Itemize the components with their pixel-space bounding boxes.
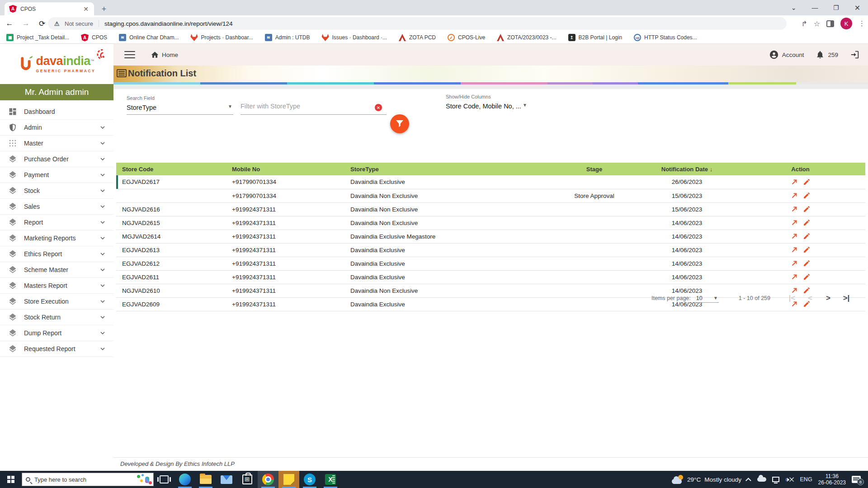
open-notification-icon[interactable]	[790, 219, 798, 227]
sidebar-item-store-execution[interactable]: Store Execution	[0, 294, 113, 310]
excel-taskbar-button[interactable]: X	[320, 471, 341, 488]
prev-page-icon[interactable]: <	[805, 293, 816, 304]
window-restore-button[interactable]: ❐	[826, 0, 847, 15]
omnibox[interactable]: ⚠ Not secure staging.cpos.davaindiaonlin…	[48, 17, 787, 30]
network-icon[interactable]	[772, 477, 779, 482]
hamburger-menu-icon[interactable]	[124, 49, 135, 61]
new-tab-button[interactable]: +	[99, 4, 109, 14]
sidebar-item-stock[interactable]: Stock	[0, 183, 113, 199]
tab-close-icon[interactable]: ✕	[82, 5, 90, 13]
sticky-notes-taskbar-button[interactable]	[278, 471, 299, 488]
store-taskbar-button[interactable]	[237, 471, 258, 488]
tab-search-icon[interactable]: ⌄	[783, 0, 804, 15]
breadcrumb-home[interactable]: Home	[151, 51, 178, 59]
bookmark-item[interactable]: ZOTA PCD	[399, 34, 436, 41]
open-notification-icon[interactable]	[790, 192, 798, 200]
forward-icon[interactable]: →	[19, 17, 33, 30]
sidebar-item-masters-report[interactable]: Masters Report	[0, 278, 113, 294]
sort-desc-icon[interactable]: ↓	[710, 166, 713, 173]
profile-avatar[interactable]: K	[840, 18, 852, 29]
col-store-code[interactable]: Store Code	[116, 163, 226, 175]
table-row[interactable]: +917990701334Davaindia Non ExclusiveStor…	[116, 189, 865, 202]
table-row[interactable]: EGJVAD2611+919924371311Davaindia Exclusi…	[116, 270, 865, 284]
edit-notification-icon[interactable]	[803, 259, 811, 267]
open-notification-icon[interactable]	[790, 205, 798, 213]
sidebar-item-payment[interactable]: Payment	[0, 167, 113, 183]
action-center-icon[interactable]: 8	[852, 476, 861, 483]
open-notification-icon[interactable]	[790, 232, 798, 240]
sidebar-item-ethics-report[interactable]: Ethics Report	[0, 246, 113, 262]
browser-tab[interactable]: A CPOS ✕	[5, 2, 94, 15]
show-hide-columns-select[interactable]: Store Code, Mobile No, ... ▼	[446, 103, 527, 110]
account-button[interactable]: Account	[769, 50, 804, 60]
col-notification-date[interactable]: Notification Date ↓	[638, 163, 736, 175]
items-per-page-select[interactable]: 10 ▼	[695, 294, 719, 303]
bookmark-item[interactable]: ≋Online Char Dham...	[119, 34, 179, 41]
share-icon[interactable]: ↱	[801, 19, 807, 28]
weather-widget[interactable]: 29°C Mostly cloudy	[672, 475, 741, 484]
search-field-select[interactable]: StoreType ▼	[127, 104, 232, 111]
edit-notification-icon[interactable]	[803, 205, 811, 213]
bookmark-item[interactable]: ✓CPOS-Live	[448, 34, 485, 41]
sidebar-item-purchase-order[interactable]: Purchase Order	[0, 151, 113, 167]
open-notification-icon[interactable]	[790, 246, 798, 254]
sidebar-item-dashboard[interactable]: Dashboard	[0, 104, 113, 120]
window-close-button[interactable]: ✕	[847, 0, 868, 15]
notifications-button[interactable]: 259	[816, 50, 838, 59]
skype-taskbar-button[interactable]: S	[299, 471, 320, 488]
bookmark-star-icon[interactable]: ☆	[814, 19, 820, 28]
bookmark-item[interactable]: ACPOS	[81, 34, 107, 42]
bookmark-item[interactable]: ▦Project _Task Detail...	[6, 34, 69, 41]
sidebar-item-admin[interactable]: Admin	[0, 120, 113, 136]
sidebar-item-requested-report[interactable]: Requested Report	[0, 341, 113, 357]
sidebar-item-stock-return[interactable]: Stock Return	[0, 310, 113, 325]
browser-menu-icon[interactable]: ⋮	[859, 19, 865, 28]
file-explorer-taskbar-button[interactable]	[195, 471, 216, 488]
clear-filter-icon[interactable]: ✕	[375, 104, 382, 111]
col-stage[interactable]: Stage	[550, 163, 638, 175]
filter-input[interactable]: Filter with StoreType	[241, 103, 300, 110]
hidden-icons-chevron[interactable]	[745, 478, 751, 483]
edge-taskbar-button[interactable]	[175, 471, 195, 488]
sidebar-item-marketing-reports[interactable]: Marketing Reports	[0, 230, 113, 246]
bookmark-item[interactable]: Projects · Dashboar...	[190, 34, 253, 41]
side-panel-icon[interactable]	[826, 20, 834, 27]
sidebar-item-sales[interactable]: Sales	[0, 199, 113, 215]
table-row[interactable]: EGJVAD2613+919924371311Davaindia Exclusi…	[116, 243, 865, 257]
reload-icon[interactable]: ⟳	[35, 17, 49, 30]
window-minimize-button[interactable]: —	[804, 0, 826, 15]
edit-notification-icon[interactable]	[803, 273, 811, 281]
table-row[interactable]: NGJVAD2615+919924371311Davaindia Non Exc…	[116, 216, 865, 230]
edit-notification-icon[interactable]	[803, 192, 811, 200]
url-text[interactable]: staging.cpos.davaindiaonline.in/report/v…	[104, 20, 233, 27]
sidebar-item-scheme-master[interactable]: Scheme Master	[0, 262, 113, 278]
last-page-icon[interactable]: >|	[841, 293, 852, 304]
apply-filter-button[interactable]	[390, 114, 409, 133]
table-row[interactable]: MGJVAD2614+919924371311Davaindia Exclusi…	[116, 230, 865, 243]
open-notification-icon[interactable]	[790, 273, 798, 281]
edit-notification-icon[interactable]	[803, 246, 811, 254]
bookmark-item[interactable]: Issues · Dashboard ·...	[322, 34, 387, 41]
language-indicator[interactable]: ENG	[800, 476, 812, 483]
edit-notification-icon[interactable]	[803, 219, 811, 227]
first-page-icon[interactable]: |<	[787, 293, 797, 304]
open-notification-icon[interactable]	[790, 259, 798, 267]
taskbar-search-box[interactable]: Type here to search	[22, 473, 154, 486]
bookmark-item[interactable]: ↥B2B Portal | Login	[568, 34, 623, 41]
edit-notification-icon[interactable]	[803, 178, 811, 186]
table-row[interactable]: NGJVAD2616+919924371311Davaindia Non Exc…	[116, 202, 865, 216]
bookmark-item[interactable]: upHTTP Status Codes...	[634, 34, 697, 41]
task-view-button[interactable]	[154, 471, 175, 488]
volume-muted-icon[interactable]: 🕩✕	[785, 476, 794, 483]
next-page-icon[interactable]: >	[823, 293, 834, 304]
sidebar-item-report[interactable]: Report	[0, 215, 113, 230]
edit-notification-icon[interactable]	[803, 232, 811, 240]
sidebar-item-master[interactable]: Master	[0, 136, 113, 151]
bookmark-item[interactable]: ≋Admin : UTDB	[265, 34, 310, 41]
col-store-type[interactable]: StoreType	[344, 163, 550, 175]
open-notification-icon[interactable]	[790, 178, 798, 186]
chrome-taskbar-button[interactable]	[258, 471, 278, 488]
logout-icon[interactable]	[850, 50, 860, 60]
mail-taskbar-button[interactable]	[216, 471, 237, 488]
start-button[interactable]	[0, 471, 22, 488]
